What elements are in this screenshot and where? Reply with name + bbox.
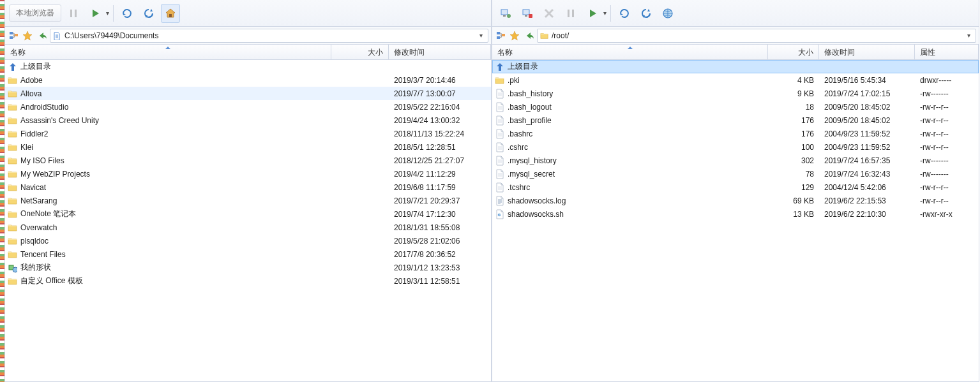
file-name: Fiddler2: [20, 129, 48, 138]
file-modified: 2019/7/4 17:12:30: [389, 210, 491, 219]
folder-icon: [8, 75, 18, 85]
globe-button[interactable]: [658, 4, 677, 23]
col-size[interactable]: 大小: [768, 45, 819, 59]
file-row[interactable]: 自定义 Office 模板2019/3/11 12:58:51: [5, 274, 491, 288]
file-name: Klei: [20, 143, 33, 152]
file-row[interactable]: .pki4 KB2019/5/16 5:45:34drwxr-----: [492, 73, 979, 87]
pause-button: [561, 4, 580, 23]
local-path-input[interactable]: C:\Users\79449\Documents ▾: [50, 29, 488, 43]
back-icon[interactable]: [36, 30, 47, 41]
file-permissions: -rw-------: [915, 170, 979, 179]
file-row[interactable]: Klei2018/5/1 12:28:51: [5, 140, 491, 154]
file-row[interactable]: My WebZIP Projects2019/4/2 11:12:29: [5, 167, 491, 180]
folder-icon: [8, 196, 18, 206]
local-file-list[interactable]: 上级目录 Adobe2019/3/7 20:14:46Altova2019/7/…: [5, 60, 491, 381]
favorite-icon[interactable]: [22, 30, 33, 41]
folder-icon: [8, 276, 18, 286]
file-row[interactable]: Tencent Files2017/7/8 20:36:52: [5, 247, 491, 261]
col-permissions[interactable]: 属性: [915, 45, 979, 59]
file-permissions: -rw-------: [915, 89, 979, 98]
disconnect-button[interactable]: [518, 4, 537, 23]
tree-icon[interactable]: [8, 30, 19, 41]
file-row[interactable]: .mysql_history3022019/7/24 16:57:35-rw--…: [492, 154, 979, 167]
remote-file-list[interactable]: 上级目录 .pki4 KB2019/5/16 5:45:34drwxr-----…: [492, 60, 979, 381]
file-row[interactable]: Assassin's Creed Unity2019/4/24 13:00:32: [5, 114, 491, 127]
file-permissions: -rw-r--r--: [915, 129, 979, 138]
folder-icon: [8, 102, 18, 112]
file-modified: 2019/6/2 22:10:30: [819, 210, 915, 219]
file-row[interactable]: .bash_history9 KB2019/7/24 17:02:15-rw--…: [492, 87, 979, 100]
favorite-icon[interactable]: [509, 30, 520, 41]
file-row[interactable]: .cshrc1002004/9/23 11:59:52-rw-r--r--: [492, 140, 979, 154]
file-row[interactable]: My ISO Files2018/12/25 21:27:07: [5, 154, 491, 167]
file-icon: [495, 115, 505, 126]
file-name: shadowsocks.log: [508, 196, 566, 205]
parent-dir-row[interactable]: 上级目录: [492, 60, 979, 73]
folder-icon: [495, 75, 505, 85]
file-modified: 2019/7/24 16:32:43: [819, 170, 915, 179]
file-icon: [495, 156, 505, 166]
tree-icon[interactable]: [495, 30, 506, 41]
file-row[interactable]: Altova2019/7/7 13:00:07: [5, 87, 491, 100]
reload-button[interactable]: [615, 4, 634, 23]
file-icon: [495, 169, 505, 179]
file-row[interactable]: NetSarang2019/7/21 20:29:37: [5, 194, 491, 207]
file-row[interactable]: plsqldoc2019/5/28 21:02:06: [5, 234, 491, 247]
col-modified[interactable]: 修改时间: [389, 45, 491, 59]
file-permissions: -rwxr-xr-x: [915, 210, 979, 219]
col-name[interactable]: 名称: [5, 45, 331, 59]
file-row[interactable]: Overwatch2018/1/31 18:55:08: [5, 221, 491, 234]
file-modified: 2009/5/20 18:45:02: [819, 103, 915, 112]
file-row[interactable]: .bash_logout182009/5/20 18:45:02-rw-r--r…: [492, 100, 979, 114]
parent-dir-row[interactable]: 上级目录: [5, 60, 491, 73]
file-row[interactable]: Navicat2019/6/8 11:17:59: [5, 180, 491, 194]
file-modified: 2019/5/16 5:45:34: [819, 76, 915, 85]
parent-dir-label: 上级目录: [508, 61, 538, 72]
play-button[interactable]: [86, 4, 105, 23]
file-name: 自定义 Office 模板: [20, 275, 83, 286]
file-row[interactable]: Adobe2019/3/7 20:14:46: [5, 73, 491, 87]
local-path-text: C:\Users\79449\Documents: [64, 31, 474, 40]
file-row[interactable]: .tcshrc1292004/12/4 5:42:06-rw-r--r--: [492, 180, 979, 194]
file-permissions: drwxr-----: [915, 76, 979, 85]
file-row[interactable]: AndroidStudio2019/5/22 22:16:04: [5, 100, 491, 114]
file-row[interactable]: .mysql_secret782019/7/24 16:32:43-rw----…: [492, 167, 979, 180]
file-size: 176: [768, 129, 819, 138]
file-size: 9 KB: [768, 89, 819, 98]
file-modified: 2018/5/1 12:28:51: [389, 143, 491, 152]
file-name: plsqldoc: [20, 237, 49, 246]
file-row[interactable]: 我的形状2019/1/12 13:23:53: [5, 261, 491, 274]
path-dropdown-icon[interactable]: ▾: [965, 32, 973, 39]
col-modified[interactable]: 修改时间: [819, 45, 915, 59]
file-row[interactable]: .bashrc1762004/9/23 11:59:52-rw-r--r--: [492, 127, 979, 140]
back-icon[interactable]: [523, 30, 534, 41]
file-modified: 2019/1/12 13:23:53: [389, 263, 491, 272]
refresh-button[interactable]: [637, 4, 656, 23]
play-dropdown-icon[interactable]: ▾: [106, 10, 109, 17]
file-row[interactable]: shadowsocks.sh13 KB2019/6/2 22:10:30-rwx…: [492, 207, 979, 221]
file-name: .bashrc: [508, 129, 532, 138]
file-size: 4 KB: [768, 76, 819, 85]
connect-button[interactable]: [496, 4, 515, 23]
file-modified: 2019/4/2 11:12:29: [389, 170, 491, 179]
file-name: Assassin's Creed Unity: [20, 116, 99, 125]
file-row[interactable]: shadowsocks.log69 KB2019/6/2 22:15:53-rw…: [492, 194, 979, 207]
file-name: My WebZIP Projects: [20, 170, 90, 179]
file-row[interactable]: Fiddler22018/11/13 15:22:24: [5, 127, 491, 140]
path-dropdown-icon[interactable]: ▾: [477, 32, 485, 39]
file-name: .tcshrc: [508, 183, 530, 192]
col-name[interactable]: 名称: [492, 45, 768, 59]
home-button[interactable]: [161, 4, 180, 23]
refresh-button[interactable]: [139, 4, 158, 23]
folder-icon: [8, 115, 18, 126]
play-button[interactable]: [583, 4, 602, 23]
file-row[interactable]: .bash_profile1762009/5/20 18:45:02-rw-r-…: [492, 114, 979, 127]
file-modified: 2019/6/2 22:15:53: [819, 196, 915, 205]
remote-path-input[interactable]: /root/ ▾: [537, 29, 976, 43]
file-row[interactable]: OneNote 笔记本2019/7/4 17:12:30: [5, 207, 491, 221]
reload-button[interactable]: [117, 4, 137, 23]
play-dropdown-icon[interactable]: ▾: [603, 10, 607, 17]
col-size[interactable]: 大小: [331, 45, 389, 59]
file-permissions: -rw-r--r--: [915, 103, 979, 112]
file-modified: 2018/12/25 21:27:07: [389, 156, 491, 165]
